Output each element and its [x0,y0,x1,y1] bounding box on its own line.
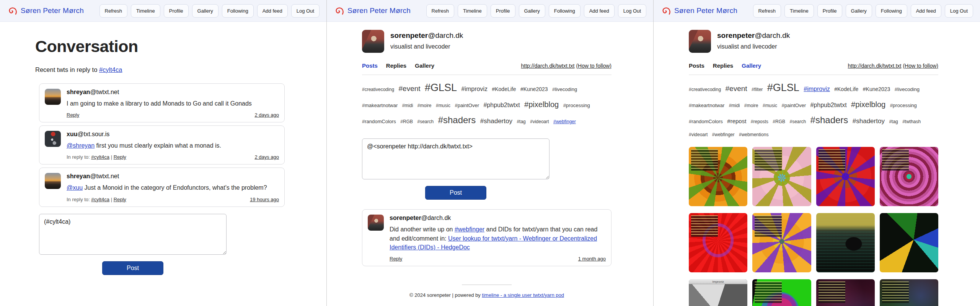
home-link[interactable]: Søren Peter Mørch [7,6,84,16]
avatar[interactable] [45,89,61,105]
hashtag-midi[interactable]: #midi [729,103,740,108]
hashtag-shadertoy[interactable]: #shadertoy [853,117,885,125]
gallery-thumbnail[interactable] [880,147,938,206]
hashtag-paintOver[interactable]: #paintOver [781,103,806,108]
hashtag-Kune2023[interactable]: #Kune2023 [520,86,548,92]
hashtag-music[interactable]: #music [436,103,450,108]
gallery-thumbnail[interactable] [752,279,811,306]
hashtag-webmentions[interactable]: #webmentions [739,132,768,137]
tab-gallery[interactable]: Gallery [415,62,434,69]
nav-button-profile[interactable]: Profile [164,4,189,18]
home-link[interactable]: Søren Peter Mørch [334,6,411,16]
inline-link[interactable]: @shreyan [67,142,95,149]
hashtag-shaders[interactable]: #shaders [438,115,476,125]
hashtag-Kune2023[interactable]: #Kune2023 [863,86,890,92]
gallery-thumbnail[interactable]: Improviz [689,279,747,306]
post-button[interactable]: Post [102,261,163,275]
inline-link[interactable]: #webfinger [455,226,484,233]
hashtag-webfinger[interactable]: #webfinger [553,119,576,124]
nav-button-following[interactable]: Following [876,4,907,18]
nav-button-log-out[interactable]: Log Out [291,4,320,18]
gallery-thumbnail[interactable] [816,279,875,306]
gallery-thumbnail[interactable] [752,213,811,272]
hashtag-processing[interactable]: #processing [563,103,590,108]
reply-link[interactable]: Reply [390,256,402,262]
nav-button-gallery[interactable]: Gallery [192,4,219,18]
hashtag-GLSL[interactable]: #GLSL [767,82,799,93]
hashtag-search[interactable]: #search [417,119,434,124]
hashtag-midi[interactable]: #midi [402,103,413,108]
nav-button-gallery[interactable]: Gallery [519,4,545,18]
nav-button-timeline[interactable]: Timeline [131,4,160,18]
inline-link[interactable]: User lookup for twtxt/yarn - Webfinger o… [390,235,597,251]
nav-button-gallery[interactable]: Gallery [846,4,872,18]
avatar[interactable] [45,131,61,147]
hashtag-shadertoy[interactable]: #shadertoy [480,117,512,125]
tab-replies[interactable]: Replies [386,62,406,69]
nav-button-refresh[interactable]: Refresh [99,4,128,18]
gallery-thumbnail[interactable] [880,213,938,272]
nav-button-following[interactable]: Following [222,4,254,18]
avatar[interactable] [45,173,61,189]
hashtag-videoart[interactable]: #videoart [689,132,708,137]
hashtag-tag[interactable]: #tag [889,119,898,124]
tab-posts[interactable]: Posts [362,62,378,69]
hashtag-moire[interactable]: #moire [744,103,758,108]
hashtag-phpub2twtxt[interactable]: #phpub2twtxt [810,102,846,108]
gallery-thumbnail[interactable] [880,279,938,306]
hashtag-moire[interactable]: #moire [417,103,432,108]
nav-button-log-out[interactable]: Log Out [945,4,973,18]
nav-button-add-feed[interactable]: Add feed [257,4,288,18]
home-link[interactable]: Søren Peter Mørch [660,6,737,16]
hashtag-search[interactable]: #search [789,119,806,124]
hashtag-webfinger[interactable]: #webfinger [712,132,735,137]
tab-gallery[interactable]: Gallery [742,62,761,69]
twtxt-feed-url-link[interactable]: http://darch.dk/twtxt.txt [848,63,901,69]
inline-link[interactable]: @xuu [67,184,83,191]
inline-link[interactable]: Reply [114,154,126,160]
inline-link[interactable]: Reply [114,197,126,202]
hashtag-event[interactable]: #event [399,85,421,93]
hashtag-paintOver[interactable]: #paintOver [455,103,479,108]
hashtag-makeartnotwar[interactable]: #makeartnotwar [689,103,724,108]
nav-button-add-feed[interactable]: Add feed [584,4,615,18]
hashtag-tag[interactable]: #tag [517,119,525,124]
hashtag-filter[interactable]: #filter [752,87,763,92]
hashtag-creativecoding[interactable]: #creativecoding [689,87,721,92]
hashtag-RGB[interactable]: #RGB [400,119,413,124]
hashtag-KodeLife[interactable]: #KodeLife [834,86,858,92]
hashtag-improviz[interactable]: #improviz [461,86,488,92]
hashtag-processing[interactable]: #processing [890,103,917,108]
nav-button-refresh[interactable]: Refresh [426,4,455,18]
hashtag-randomColors[interactable]: #randomColors [362,119,396,124]
hashtag-event[interactable]: #event [726,85,747,93]
hashtag-RGB[interactable]: #RGB [773,119,785,124]
reply-textarea[interactable]: (#cylt4ca) [39,214,227,255]
hashtag-pixelblog[interactable]: #pixelblog [524,100,559,109]
nav-button-timeline[interactable]: Timeline [784,4,814,18]
timestamp-link[interactable]: 1 month ago [578,256,606,262]
gallery-thumbnail[interactable] [689,147,747,206]
hashtag-KodeLife[interactable]: #KodeLife [492,86,516,92]
reply-link[interactable]: Reply [67,112,79,118]
nav-button-following[interactable]: Following [549,4,580,18]
hashtag-GLSL[interactable]: #GLSL [425,82,457,93]
timestamp-link[interactable]: 19 hours ago [250,197,279,202]
tab-posts[interactable]: Posts [689,62,704,69]
hashtag-makeartnotwar[interactable]: #makeartnotwar [362,103,398,108]
nav-button-timeline[interactable]: Timeline [458,4,487,18]
hashtag-repost[interactable]: #repost [727,118,746,124]
hashtag-twthash[interactable]: #twthash [902,119,921,124]
inline-link[interactable]: #cylt4ca [99,66,122,73]
gallery-thumbnail[interactable] [752,147,811,206]
inline-link[interactable]: timeline - a single user twtxt/yarn pod [482,292,564,298]
tab-replies[interactable]: Replies [713,62,733,69]
hashtag-phpub2twtxt[interactable]: #phpub2twtxt [483,102,520,108]
hashtag-pixelblog[interactable]: #pixelblog [851,100,885,109]
post-button[interactable]: Post [425,186,486,200]
inline-link[interactable]: #cylt4ca [91,154,109,160]
post-textarea[interactable]: @<sorenpeter http://darch.dk/twtxt.txt> [362,138,550,179]
gallery-thumbnail[interactable] [816,147,875,206]
nav-button-profile[interactable]: Profile [491,4,515,18]
hashtag-shaders[interactable]: #shaders [810,115,848,125]
